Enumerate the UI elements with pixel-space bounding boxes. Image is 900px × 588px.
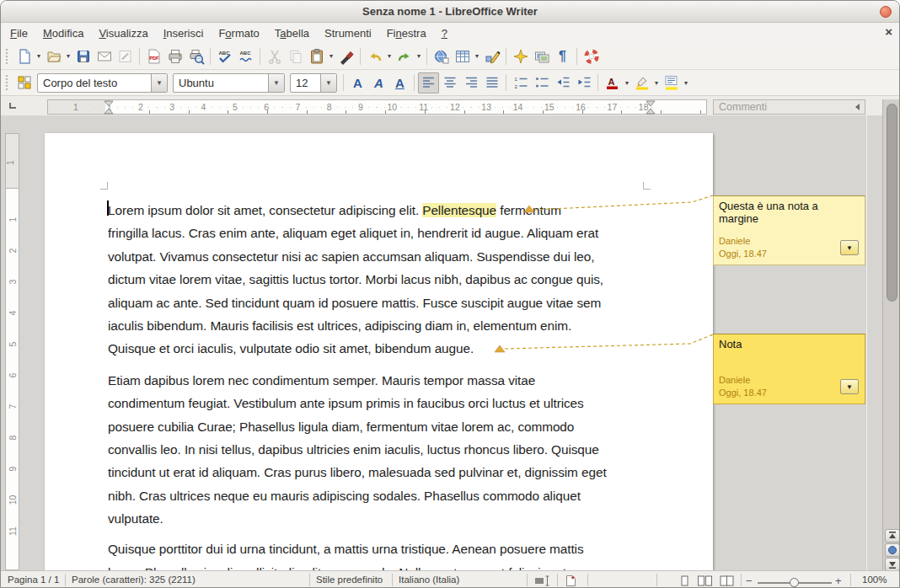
paste-dropdown-arrow[interactable]: ▾: [327, 52, 335, 60]
font-color-dropdown-arrow[interactable]: ▾: [623, 79, 631, 87]
print-preview-button[interactable]: [185, 45, 206, 67]
zoom-out-icon[interactable]: −: [746, 575, 753, 587]
document-page[interactable]: Lorem ipsum dolor sit amet, consectetur …: [45, 133, 713, 570]
horizontal-ruler[interactable]: 1 123456789101112131415161718: [47, 99, 707, 115]
comment-highlighted-text[interactable]: Pellentesque: [422, 203, 496, 217]
font-color-button[interactable]: A: [602, 72, 623, 94]
menu-item[interactable]: Formato: [211, 24, 266, 42]
draw-functions-button[interactable]: [481, 45, 502, 67]
toolbar-grip[interactable]: [6, 49, 9, 64]
justify-button[interactable]: [481, 72, 502, 94]
send-email-button[interactable]: [94, 45, 115, 67]
hyperlink-button[interactable]: [431, 45, 452, 67]
vertical-ruler[interactable]: 1 1234567891011: [5, 133, 19, 570]
zoom-level-status[interactable]: 100%: [862, 575, 887, 585]
tab-stop-selector[interactable]: [7, 99, 20, 113]
font-size-combo[interactable]: 12▼: [290, 73, 337, 93]
language-status[interactable]: Italiano (Italia): [399, 575, 459, 585]
paragraph-background-button[interactable]: [661, 72, 682, 94]
comment-menu-button[interactable]: ▼: [840, 379, 859, 394]
open-dropdown-arrow[interactable]: ▾: [64, 52, 72, 60]
highlight-color-button[interactable]: [631, 72, 652, 94]
previous-page-button[interactable]: [885, 529, 900, 543]
toolbar-grip[interactable]: [6, 75, 9, 90]
menu-item[interactable]: File: [3, 24, 35, 42]
comments-panel-toggle[interactable]: Commenti: [713, 99, 865, 115]
vertical-scrollbar[interactable]: [882, 99, 900, 570]
document-text[interactable]: Lorem ipsum dolor sit amet, consectetur …: [108, 199, 654, 570]
menu-item[interactable]: Inserisci: [156, 24, 212, 42]
font-name-dropdown[interactable]: ▼: [268, 74, 284, 92]
export-pdf-button[interactable]: PDF: [143, 45, 164, 67]
italic-button[interactable]: A: [368, 72, 389, 94]
paragraph-background-dropdown-arrow[interactable]: ▾: [682, 79, 690, 87]
font-size-dropdown[interactable]: ▼: [320, 74, 336, 92]
edit-mode-button[interactable]: [115, 45, 136, 67]
auto-spellcheck-button[interactable]: ABC: [235, 45, 256, 67]
ordered-list-button[interactable]: 12: [510, 72, 531, 94]
highlight-dropdown-arrow[interactable]: ▾: [652, 79, 661, 87]
navigation-button[interactable]: [885, 543, 900, 557]
next-page-button[interactable]: [885, 558, 900, 571]
view-single-page-button[interactable]: [678, 575, 690, 588]
selection-mode-indicator[interactable]: [534, 575, 551, 588]
menu-item[interactable]: Visualizza: [91, 24, 155, 42]
margin-comment-note[interactable]: Questa è una nota a margine Daniele Oggi…: [713, 195, 865, 265]
undo-button[interactable]: [364, 45, 385, 67]
redo-dropdown-arrow[interactable]: ▾: [415, 52, 423, 60]
scrollbar-thumb[interactable]: [887, 104, 897, 302]
new-document-dropdown-arrow[interactable]: ▾: [35, 52, 43, 60]
align-center-button[interactable]: [439, 72, 460, 94]
close-circle-icon[interactable]: [880, 6, 892, 18]
align-right-button[interactable]: [460, 72, 481, 94]
comment-menu-button[interactable]: ▼: [840, 240, 859, 255]
new-document-button[interactable]: [13, 45, 35, 67]
comment-text[interactable]: Questa è una nota a margine: [714, 196, 865, 225]
zoom-slider-thumb[interactable]: [790, 578, 799, 587]
document-modified-indicator[interactable]: *: [565, 575, 578, 588]
unordered-list-button[interactable]: [531, 72, 552, 94]
save-button[interactable]: [72, 45, 94, 67]
margin-comment-note[interactable]: Nota Daniele Oggi, 18.47 ▼: [713, 334, 865, 404]
decrease-indent-button[interactable]: [552, 72, 573, 94]
table-dropdown-arrow[interactable]: ▾: [473, 52, 481, 60]
print-button[interactable]: [164, 45, 185, 67]
page-style-status[interactable]: Stile predefinito: [316, 575, 383, 585]
font-name-combo[interactable]: Ubuntu▼: [173, 73, 285, 93]
paragraph-style-combo[interactable]: Corpo del testo▼: [37, 73, 168, 93]
open-button[interactable]: [43, 45, 64, 67]
help-button[interactable]: [581, 45, 602, 67]
increase-indent-button[interactable]: [573, 72, 594, 94]
menu-item[interactable]: Finestra: [379, 24, 434, 42]
comment-text[interactable]: Nota: [714, 334, 865, 350]
word-count-status[interactable]: Parole (caratteri): 325 (2211): [72, 575, 196, 585]
underline-button[interactable]: A: [389, 72, 410, 94]
align-left-button[interactable]: [418, 72, 439, 94]
paragraph-style-button[interactable]: [13, 72, 35, 94]
undo-dropdown-arrow[interactable]: ▾: [385, 52, 394, 60]
menu-item[interactable]: ?: [434, 24, 455, 42]
page-number-status[interactable]: Pagina 1 / 1: [8, 575, 59, 585]
indent-markers[interactable]: [48, 100, 708, 115]
copy-button[interactable]: [285, 45, 306, 67]
paste-button[interactable]: [306, 45, 327, 67]
formatting-marks-button[interactable]: ¶: [552, 45, 573, 67]
zoom-in-icon[interactable]: +: [835, 575, 842, 587]
paragraph-style-dropdown[interactable]: ▼: [151, 74, 167, 92]
menu-item[interactable]: Modifica: [35, 24, 91, 42]
insert-table-button[interactable]: [452, 45, 473, 67]
cut-button[interactable]: [264, 45, 285, 67]
font-size-value[interactable]: 12: [291, 77, 320, 89]
close-document-icon[interactable]: ×: [885, 25, 892, 38]
clone-formatting-button[interactable]: [335, 45, 356, 67]
navigator-button[interactable]: [510, 45, 531, 67]
paragraph-style-value[interactable]: Corpo del testo: [38, 77, 151, 89]
bold-button[interactable]: A: [347, 72, 368, 94]
title-bar[interactable]: Senza nome 1 - LibreOffice Writer: [1, 1, 899, 23]
gallery-button[interactable]: [531, 45, 552, 67]
menu-item[interactable]: Strumenti: [317, 24, 379, 42]
view-book-button[interactable]: [719, 575, 736, 588]
spellcheck-button[interactable]: ABC: [214, 45, 235, 67]
menu-item[interactable]: Tabella: [267, 24, 317, 42]
view-multi-page-button[interactable]: [697, 575, 714, 588]
